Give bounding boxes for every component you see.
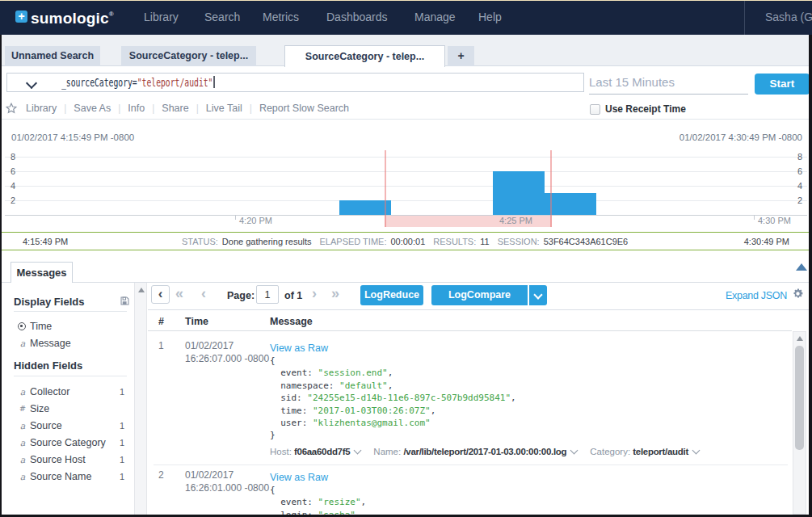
scroll-up-icon[interactable] [797, 336, 803, 341]
field-label: Collector [30, 386, 69, 397]
use-receipt-time-control[interactable]: Use Receipt Time [590, 103, 686, 115]
histogram-bar[interactable] [493, 171, 545, 215]
results-histogram: 01/02/2017 4:15:49 PM -0800 01/02/2017 4… [0, 121, 812, 232]
json-punctuation: { [270, 355, 276, 366]
search-query-text[interactable]: _sourceCategory="teleport/audit" [61, 76, 215, 89]
link-library[interactable]: Library [26, 103, 57, 114]
messages-tab-row: Messages [0, 250, 812, 283]
y-axis-tick-label-right: 4 [797, 182, 809, 191]
hidden-field-source-category[interactable]: a Source Category 1 [2, 436, 134, 453]
histogram-bar[interactable] [339, 200, 391, 215]
favorite-star-icon[interactable] [5, 102, 18, 115]
nav-item-search[interactable]: Search [204, 0, 240, 35]
scrollbar-thumb[interactable] [795, 346, 804, 450]
nav-item-help[interactable]: Help [478, 0, 502, 35]
meta-dropdown-icon[interactable] [692, 446, 700, 454]
json-punctuation: , [388, 368, 393, 378]
field-label: Source Name [30, 471, 91, 482]
settings-gear-icon[interactable] [792, 288, 804, 300]
last-page-button[interactable]: » [331, 285, 338, 304]
column-message[interactable]: Message [270, 316, 313, 327]
expand-json-link[interactable]: Expand JSON [726, 290, 787, 301]
field-label: Time [30, 321, 52, 332]
display-field-time[interactable]: Time [2, 320, 134, 337]
column-time[interactable]: Time [185, 316, 208, 327]
y-axis-tick-label-left: 2 [11, 196, 22, 205]
meta-dropdown-icon[interactable] [570, 446, 578, 454]
sidebar-scrollbar[interactable] [134, 283, 147, 515]
field-label: Message [30, 338, 71, 349]
status-end-time: 4:30:49 PM [744, 237, 789, 246]
start-button[interactable]: Start [755, 74, 810, 95]
hidden-field-collector[interactable]: a Collector 1 [2, 385, 134, 402]
messages-panel: Display Fields Time a Message Hidden Fie… [0, 283, 812, 515]
use-receipt-time-checkbox[interactable] [590, 104, 600, 115]
number-type-icon: # [18, 404, 27, 413]
hidden-fields-heading: Hidden Fields [14, 359, 82, 372]
nav-item-dashboards[interactable]: Dashboards [326, 0, 388, 35]
sumologic-logo[interactable]: + sumologic® [15, 10, 114, 23]
link-info[interactable]: Info [128, 103, 145, 114]
hidden-field-size[interactable]: # Size [2, 402, 134, 419]
status-value: Done gathering results [222, 237, 312, 246]
logcompare-dropdown-button[interactable] [529, 285, 547, 305]
first-page-button[interactable]: « [175, 285, 182, 304]
histogram-bar[interactable] [545, 193, 596, 215]
json-block: { event: "resize", login: "sasha", [270, 484, 755, 515]
logreduce-button[interactable]: LogReduce [360, 285, 423, 305]
hidden-field-source[interactable]: a Source 1 [2, 419, 134, 436]
new-tab-button[interactable]: + [448, 46, 474, 66]
nav-item-library[interactable]: Library [144, 0, 179, 35]
back-button[interactable]: ‹ [151, 285, 170, 304]
text-cursor [213, 76, 214, 88]
field-label: Source Host [30, 454, 86, 465]
page-number-input[interactable] [256, 285, 279, 304]
prev-page-button[interactable]: ‹ [201, 285, 206, 304]
nav-item-metrics[interactable]: Metrics [263, 0, 299, 35]
search-status-bar: 4:15:49 PM STATUS:Done gathering results… [0, 232, 812, 250]
link-separator: | [118, 103, 120, 114]
row-message-cell: View as Raw{ event: "resize", login: "sa… [270, 469, 755, 515]
display-fields-heading: Display Fields [14, 296, 84, 308]
meta-value[interactable]: f06aa60dd7f5 [294, 447, 350, 456]
hidden-field-source-name[interactable]: a Source Name 1 [2, 470, 134, 487]
search-tab-sourcecategory-2-active[interactable]: SourceCategory - telep... [284, 45, 445, 67]
query-history-chevron-icon[interactable] [23, 78, 40, 88]
view-as-raw-link[interactable]: View as Raw [270, 472, 328, 483]
row-number: 1 [158, 340, 164, 351]
link-report-slow-search[interactable]: Report Slow Search [259, 103, 349, 114]
selection-right-edge[interactable] [550, 150, 552, 227]
meta-dropdown-icon[interactable] [354, 446, 362, 454]
save-fields-icon[interactable] [120, 296, 129, 305]
x-axis-tick-label: 4:30 PM [758, 216, 791, 225]
field-label: Source [30, 420, 62, 431]
hidden-field-source-host[interactable]: a Source Host 1 [2, 453, 134, 470]
messages-scrollbar[interactable] [793, 331, 806, 515]
user-menu[interactable]: Sasha (Gr [765, 0, 812, 35]
search-tab-unnamed[interactable]: Unnamed Search [5, 46, 100, 66]
display-field-message[interactable]: a Message [2, 337, 134, 354]
link-live-tail[interactable]: Live Tail [206, 103, 242, 114]
search-tab-sourcecategory-1[interactable]: SourceCategory - telep... [121, 46, 256, 66]
nav-item-manage[interactable]: Manage [414, 0, 456, 35]
field-count: 1 [120, 472, 124, 481]
scroll-up-icon[interactable] [138, 288, 145, 292]
field-label: Size [30, 403, 49, 414]
logcompare-button[interactable]: LogCompare [431, 285, 528, 305]
session-label: SESSION: [498, 237, 540, 246]
view-as-raw-link[interactable]: View as Raw [270, 343, 328, 354]
link-save-as[interactable]: Save As [74, 103, 111, 114]
query-string-literal: "teleport/audit" [137, 76, 213, 89]
collapse-panel-icon[interactable] [796, 263, 807, 271]
json-line: event: "session.end", [270, 367, 755, 379]
meta-label: Host: [270, 447, 294, 456]
next-page-button[interactable]: › [312, 285, 317, 304]
time-range-input[interactable]: Last 15 Minutes [589, 74, 748, 95]
row-timestamp: 01/02/2017 16:26:07.000 -0800 [185, 340, 269, 365]
link-share[interactable]: Share [162, 103, 188, 114]
meta-value[interactable]: teleport/audit [633, 447, 688, 456]
meta-value[interactable]: /var/lib/teleport/2017-01-03.00:00:00.lo… [403, 447, 566, 456]
messages-tab[interactable]: Messages [11, 262, 73, 283]
selection-left-edge[interactable] [385, 150, 386, 227]
json-punctuation: { [270, 485, 276, 495]
